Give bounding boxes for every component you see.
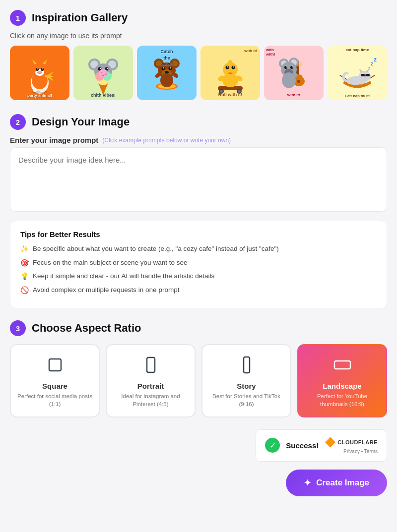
wand-icon: ✦ — [304, 477, 311, 488]
svg-point-13 — [38, 71, 42, 73]
tip-1: ✨ Be specific about what you want to cre… — [20, 244, 377, 254]
ratio-landscape[interactable]: Landscape Perfect for YouTube thumbnails… — [297, 344, 387, 417]
square-icon — [45, 355, 65, 377]
bottom-area: ✓ Success! 🔶 CLOUDFLARE Privacy • Terms … — [10, 429, 387, 496]
koala-guitar-illustration — [274, 51, 314, 95]
gallery-item-koala-guitar[interactable]: withwith! with it! — [264, 46, 324, 100]
prompt-textarea[interactable] — [10, 147, 387, 212]
svg-point-47 — [170, 67, 171, 68]
tip-4-icon: 🚫 — [20, 286, 29, 296]
svg-point-27 — [100, 68, 101, 69]
prompt-hint: (Click example prompts below or write yo… — [102, 137, 231, 144]
svg-point-82 — [284, 66, 287, 69]
gallery-item-fox-inner: animal!party animal! — [10, 46, 69, 100]
svg-rect-107 — [244, 357, 250, 373]
svg-line-16 — [51, 72, 53, 74]
story-icon — [237, 355, 257, 377]
section-3-title: Choose Aspect Ratio — [32, 322, 141, 335]
gallery-item-koala[interactable]: chith vibes! — [73, 46, 133, 100]
section-2-header: 2 Design Your Image — [10, 114, 387, 130]
cloudflare-badge: ✓ Success! 🔶 CLOUDFLARE Privacy • Terms — [256, 429, 387, 462]
koala-guitar-label: withwith! — [266, 48, 322, 57]
create-image-button[interactable]: ✦ Create Image — [286, 470, 387, 496]
inspiration-gallery-section: 1 Inspiration Gallery Click on any image… — [10, 10, 387, 100]
success-icon: ✓ — [265, 438, 280, 453]
tip-3-text: Keep it simple and clear - our AI will h… — [33, 272, 214, 281]
tip-4: 🚫 Avoid complex or multiple requests in … — [20, 286, 377, 296]
koala-guitar-label2: with it! — [287, 93, 300, 97]
cf-brand: CLOUDFLARE — [337, 439, 378, 445]
svg-rect-98 — [361, 74, 365, 76]
svg-point-8 — [36, 68, 39, 71]
portrait-name: Portrait — [137, 382, 164, 390]
story-name: Story — [237, 382, 256, 390]
gallery-item-chick-inner: with it! Roll with it! — [200, 46, 260, 100]
step-3-circle: 3 — [10, 320, 26, 336]
svg-line-18 — [51, 78, 53, 80]
ratio-portrait[interactable]: Portrait Ideal for Instagram and Pintere… — [106, 344, 196, 417]
chick-illustration — [210, 51, 250, 95]
tip-1-icon: ✨ — [20, 244, 29, 254]
gallery-item-koala-guitar-inner: withwith! with it! — [264, 46, 324, 100]
svg-point-83 — [290, 66, 293, 69]
svg-point-68 — [228, 60, 233, 67]
gallery-item-cat-inner: z z z cat nap time Cat! nap thi it! — [328, 46, 387, 100]
create-button-label: Create Image — [316, 478, 369, 488]
svg-point-46 — [163, 67, 164, 68]
cat-label: cat nap time — [330, 48, 385, 53]
tip-3-icon: 💡 — [20, 272, 29, 282]
design-section: 2 Design Your Image Enter your image pro… — [10, 114, 387, 308]
gallery-item-bear-inner: Catchthewave! — [137, 46, 197, 100]
svg-rect-108 — [334, 361, 350, 369]
gallery-item-bear[interactable]: Catchthewave! — [137, 46, 197, 100]
tip-3: 💡 Keep it simple and clear - our AI will… — [20, 272, 377, 282]
square-name: Square — [42, 382, 67, 390]
tip-2-text: Focus on the main subject or scene you w… — [33, 258, 187, 268]
chick-label-1: with it! — [203, 49, 257, 53]
landscape-name: Landscape — [323, 382, 361, 390]
tip-2-icon: 🎯 — [20, 258, 29, 268]
gallery-item-chick[interactable]: with it! Roll with it! — [200, 46, 260, 100]
svg-point-9 — [41, 68, 44, 71]
svg-text:z: z — [371, 61, 373, 66]
story-desc: Best for Stories and TikTok (9:16) — [208, 392, 284, 408]
ratio-grid: Square Perfect for social media posts (1… — [10, 344, 387, 417]
svg-text:z: z — [368, 66, 370, 70]
tip-4-text: Avoid complex or multiple requests in on… — [33, 286, 179, 295]
fox-label: animal!party animal! — [12, 89, 67, 98]
gallery-subtitle: Click on any image to use its prompt — [10, 32, 387, 40]
step-2-circle: 2 — [10, 114, 26, 130]
landscape-icon — [332, 355, 352, 377]
ratio-story[interactable]: Story Best for Stories and TikTok (9:16) — [201, 344, 291, 417]
svg-point-63 — [232, 66, 235, 69]
gallery-grid: animal!party animal! — [10, 46, 387, 100]
svg-point-28 — [107, 68, 108, 69]
svg-point-85 — [292, 66, 293, 67]
svg-point-72 — [297, 80, 300, 83]
cloudflare-logo-area: 🔶 CLOUDFLARE Privacy • Terms — [325, 437, 378, 454]
portrait-desc: Ideal for Instagram and Pinterest (4:5) — [113, 392, 189, 408]
svg-point-84 — [286, 66, 287, 67]
tips-title: Tips for Better Results — [20, 230, 377, 238]
square-desc: Perfect for social media posts (1:1) — [17, 392, 93, 408]
gallery-item-fox[interactable]: animal!party animal! — [10, 46, 69, 100]
svg-rect-15 — [45, 75, 48, 77]
cat-illustration: z z z — [337, 51, 377, 95]
section-3-header: 3 Choose Aspect Ratio — [10, 320, 387, 336]
prompt-label: Enter your image prompt (Click example p… — [10, 136, 387, 144]
bear-label: Catchthewave! — [141, 49, 193, 67]
cf-cloud-icon: 🔶 — [325, 437, 335, 448]
section-2-title: Design Your Image — [32, 116, 130, 128]
svg-text:z: z — [374, 56, 377, 63]
svg-rect-106 — [147, 357, 155, 372]
ratio-square[interactable]: Square Perfect for social media posts (1… — [10, 344, 100, 417]
landscape-desc: Perfect for YouTube thumbnails (16:9) — [304, 392, 380, 408]
tip-1-text: Be specific about what you want to creat… — [33, 244, 279, 254]
gallery-item-cat[interactable]: z z z cat nap time Cat! nap thi it! — [328, 46, 387, 100]
success-text: Success! — [286, 441, 319, 450]
svg-point-51 — [160, 73, 173, 87]
svg-point-10 — [37, 68, 38, 69]
gallery-item-koala-inner: chith vibes! — [73, 46, 133, 100]
svg-point-101 — [364, 77, 366, 79]
svg-point-65 — [233, 66, 234, 67]
